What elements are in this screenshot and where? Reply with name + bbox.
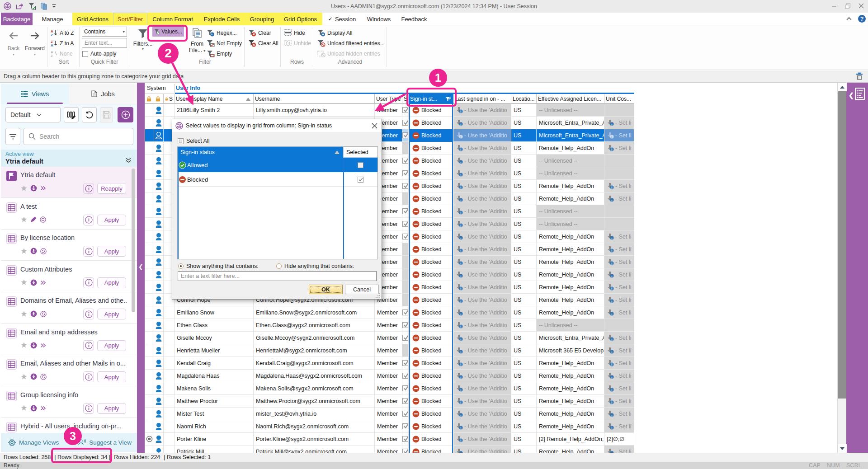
row-checkbox[interactable] bbox=[402, 436, 408, 442]
star-badge[interactable] bbox=[21, 279, 27, 286]
quick-filter-input[interactable]: Enter text... bbox=[82, 38, 127, 48]
details-panel-icon[interactable] bbox=[855, 88, 865, 100]
close-button[interactable] bbox=[854, 0, 868, 12]
star-badge[interactable] bbox=[21, 342, 27, 348]
logo-badge[interactable] bbox=[30, 185, 37, 192]
view-item[interactable]: By license locationApply bbox=[1, 230, 137, 261]
quick-filter-combo[interactable]: Contains▾ bbox=[82, 27, 127, 37]
tab-feedback[interactable]: Feedback bbox=[396, 13, 432, 25]
star-badge[interactable] bbox=[21, 248, 27, 254]
sync-badge[interactable] bbox=[40, 311, 47, 317]
grid-row[interactable]: Porter KlinePorter.Kline@sygx2.onmicroso… bbox=[145, 433, 634, 446]
view-info-button[interactable] bbox=[83, 309, 94, 319]
row-checkbox[interactable] bbox=[402, 373, 408, 379]
row-checkbox[interactable] bbox=[402, 158, 408, 164]
band-system[interactable]: System bbox=[147, 85, 166, 91]
row-checkbox[interactable] bbox=[402, 183, 408, 189]
sort-none-button[interactable]: AZ None bbox=[51, 49, 73, 58]
collapse-active-view-icon[interactable] bbox=[125, 158, 132, 163]
dialog-resize-grip[interactable] bbox=[375, 292, 381, 299]
row-checkbox[interactable] bbox=[402, 120, 408, 126]
collapse-sidebar-icon[interactable]: ❮ bbox=[138, 263, 143, 270]
view-item[interactable]: Email and smtp addressesApply bbox=[1, 324, 137, 355]
grid-row[interactable]: Kendall CraigKendall.Craig@sygx2.onmicro… bbox=[145, 357, 634, 370]
sidebar-tab-views[interactable]: Views bbox=[1, 84, 69, 104]
row-checkbox[interactable] bbox=[402, 310, 408, 315]
row-checkbox[interactable] bbox=[402, 234, 408, 239]
sync-badge[interactable] bbox=[40, 248, 47, 254]
undo-button[interactable] bbox=[82, 107, 97, 122]
radio-show-contains[interactable]: Show anything that contains: bbox=[178, 263, 259, 269]
tab-sort-filter[interactable]: Sort/Filter bbox=[113, 13, 147, 25]
unload-hidden-button[interactable]: Unload hidden entries bbox=[317, 49, 380, 58]
allowed-checkbox[interactable] bbox=[358, 162, 363, 168]
row-checkbox[interactable] bbox=[402, 360, 408, 366]
row-checkbox[interactable] bbox=[402, 335, 408, 341]
star-badge[interactable] bbox=[21, 216, 27, 223]
sort-a-to-z-button[interactable]: AZ A to Z bbox=[51, 28, 74, 38]
tab-manage[interactable]: Manage bbox=[33, 13, 72, 25]
collapse-ribbon-icon[interactable] bbox=[846, 17, 853, 21]
dialog-row-allowed[interactable]: Allowed bbox=[178, 158, 377, 172]
row-checkbox[interactable] bbox=[402, 423, 408, 429]
grid-row[interactable]: Makena SolisMakena.Solis@sygx2.onmicroso… bbox=[145, 382, 634, 395]
chevrons-badge[interactable] bbox=[40, 280, 46, 285]
sort-z-to-a-button[interactable]: ZA Z to A bbox=[51, 38, 74, 48]
help-icon[interactable]: ? bbox=[858, 15, 866, 23]
back-button[interactable]: Back ▾ bbox=[4, 27, 24, 64]
dialog-filter-input[interactable]: Enter a text filter here... bbox=[178, 271, 377, 281]
view-apply-button[interactable]: Apply bbox=[97, 371, 126, 382]
column-lock-1[interactable] bbox=[145, 94, 154, 104]
dialog-column-signin[interactable]: Sign-in status bbox=[178, 147, 343, 158]
view-list-scrollbar[interactable] bbox=[132, 169, 135, 312]
view-apply-button[interactable]: Apply bbox=[97, 340, 126, 351]
save-view-button[interactable] bbox=[100, 107, 113, 122]
view-info-button[interactable] bbox=[83, 403, 94, 414]
search-views-input[interactable]: Search bbox=[24, 128, 133, 145]
sidebar-collapse-strip[interactable]: ❮ bbox=[137, 83, 145, 453]
expand-right-panel-icon[interactable]: ❮ bbox=[849, 92, 854, 99]
logo-badge[interactable] bbox=[30, 248, 37, 254]
auto-apply-checkbox[interactable]: Auto-apply bbox=[82, 51, 116, 57]
minimize-button[interactable] bbox=[827, 0, 841, 12]
column-header-username[interactable]: Username bbox=[254, 94, 375, 104]
select-all-checkbox[interactable]: Select All bbox=[178, 138, 209, 144]
view-info-button[interactable] bbox=[83, 215, 94, 225]
tab-session[interactable]: ✓Session bbox=[322, 13, 362, 25]
view-info-button[interactable] bbox=[83, 371, 94, 382]
sidebar-tab-jobs[interactable]: Jobs bbox=[69, 84, 137, 104]
column-lock-2[interactable] bbox=[154, 94, 164, 104]
row-checkbox[interactable] bbox=[402, 208, 408, 214]
grid-row[interactable]: Henrietta MuellerHenriettaM@sygx2.onmicr… bbox=[145, 344, 634, 357]
tab-explode-cells[interactable]: Explode Cells bbox=[198, 13, 245, 25]
dialog-column-selected[interactable]: Selected bbox=[343, 147, 377, 158]
view-item[interactable]: A testApply bbox=[1, 198, 137, 230]
row-checkbox[interactable] bbox=[402, 449, 408, 453]
trash-icon[interactable] bbox=[855, 72, 864, 81]
logo-badge[interactable] bbox=[30, 279, 37, 286]
tab-grouping[interactable]: Grouping bbox=[245, 13, 278, 25]
star-badge[interactable] bbox=[21, 405, 27, 411]
logo-badge[interactable] bbox=[30, 373, 37, 380]
row-checkbox[interactable] bbox=[402, 170, 408, 176]
grid-row[interactable]: Naomi RichNaomi.Rich@sygx2.onmicrosoft.c… bbox=[145, 420, 634, 433]
grid-row[interactable]: Matthew ProctorMatthew.Proctor@sygx2.onm… bbox=[145, 395, 634, 408]
column-header-user-display-name[interactable]: User Display Name bbox=[175, 94, 254, 104]
unload-filtered-button[interactable]: Unload filtered entries... bbox=[317, 38, 385, 48]
cancel-button[interactable]: Cancel bbox=[345, 285, 379, 294]
not-empty-button[interactable]: Not Empty bbox=[207, 38, 242, 48]
view-item[interactable]: Ytria defaultReapply bbox=[1, 167, 137, 198]
column-header-unit-cost[interactable]: Unit Cos... bbox=[604, 94, 634, 104]
regex-button[interactable]: * Regex... bbox=[207, 28, 237, 38]
row-checkbox[interactable] bbox=[402, 385, 408, 391]
grid-row[interactable]: 2186Lilly Smith 2Lilly.smith.copy@ovh.yt… bbox=[145, 104, 634, 117]
column-header-last-signed-in[interactable]: Last signed in on - ... bbox=[453, 94, 511, 104]
view-apply-button[interactable]: Apply bbox=[97, 246, 126, 257]
star-badge[interactable] bbox=[21, 374, 27, 380]
view-item[interactable]: Custom AttributesApply bbox=[1, 261, 137, 292]
dialog-title-bar[interactable]: Select values to display in grid from co… bbox=[172, 119, 382, 132]
right-panel-strip[interactable]: ❮ bbox=[846, 83, 868, 454]
star-badge[interactable] bbox=[21, 185, 27, 192]
column-header-user-type[interactable]: User Type bbox=[375, 94, 402, 104]
scroll-up-icon[interactable] bbox=[838, 83, 847, 91]
